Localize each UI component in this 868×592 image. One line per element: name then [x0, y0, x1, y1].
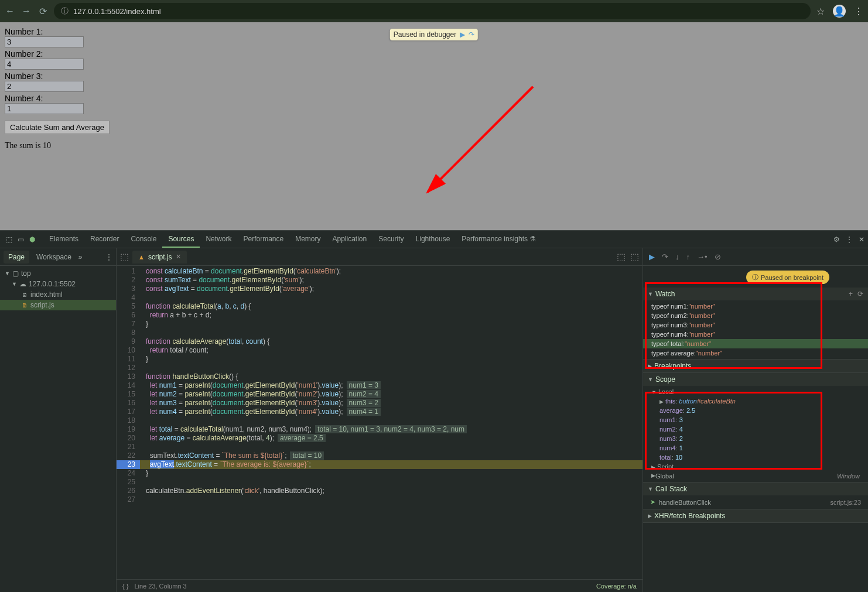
code-line-27[interactable]: [140, 495, 643, 504]
watch-expr[interactable]: typeof num1: "number": [643, 302, 868, 311]
code-line-7[interactable]: }: [140, 320, 643, 328]
local-var-num3[interactable]: num3: 2: [643, 434, 868, 443]
code-line-17[interactable]: let num4 = parseInt(document.getElementB…: [140, 408, 643, 416]
num-input-2[interactable]: [5, 59, 84, 70]
gutter-line-8[interactable]: 8: [117, 328, 140, 337]
code-line-20[interactable]: let average = calculateAverage(total, 4)…: [140, 434, 643, 443]
xhr-bp-header[interactable]: ▶XHR/fetch Breakpoints: [643, 509, 868, 522]
close-tab-icon[interactable]: ✕: [176, 253, 181, 261]
step-over-button[interactable]: ↷: [662, 252, 668, 261]
toggle-nav-icon[interactable]: ⬚: [120, 251, 129, 262]
tree-host[interactable]: ▼☁127.0.0.1:5502: [0, 279, 116, 289]
resume-button[interactable]: ▶: [649, 252, 655, 261]
step-over-icon[interactable]: ↷: [469, 30, 474, 39]
local-var-average[interactable]: average: 2.5: [643, 406, 868, 415]
gutter-line-21[interactable]: 21: [117, 443, 140, 451]
watch-expr[interactable]: typeof total: "number": [643, 339, 868, 348]
star-icon[interactable]: ☆: [816, 6, 825, 17]
kebab-menu-icon[interactable]: ⋮: [854, 6, 863, 17]
code-line-21[interactable]: [140, 443, 643, 451]
profile-avatar[interactable]: 👤: [833, 5, 846, 18]
gutter-line-13[interactable]: 13: [117, 372, 140, 381]
devtools-tab-performance[interactable]: Performance: [237, 231, 289, 248]
num-input-4[interactable]: [5, 103, 84, 114]
scope-global-header[interactable]: ▶ GlobalWindow: [643, 471, 868, 481]
code-line-15[interactable]: let num2 = parseInt(document.getElementB…: [140, 390, 643, 399]
gutter-line-14[interactable]: 14: [117, 381, 140, 390]
address-bar[interactable]: ⓘ 127.0.0.1:5502/index.html: [54, 3, 811, 19]
gutter-line-20[interactable]: 20: [117, 434, 140, 443]
code-line-24[interactable]: }: [140, 469, 643, 478]
code-line-25[interactable]: [140, 478, 643, 487]
gutter-line-18[interactable]: 18: [117, 416, 140, 425]
gutter-line-25[interactable]: 25: [117, 478, 140, 487]
code-line-8[interactable]: [140, 328, 643, 337]
gutter-line-27[interactable]: 27: [117, 495, 140, 504]
code-line-26[interactable]: calculateBtn.addEventListener('click', h…: [140, 487, 643, 495]
gutter-line-17[interactable]: 17: [117, 408, 140, 416]
resume-icon[interactable]: ▶: [460, 30, 465, 39]
gutter-line-2[interactable]: 2: [117, 276, 140, 285]
num-input-1[interactable]: [5, 36, 84, 47]
gutter-line-11[interactable]: 11: [117, 355, 140, 364]
gutter-line-12[interactable]: 12: [117, 364, 140, 372]
add-watch-icon[interactable]: +: [849, 290, 853, 298]
gutter-line-6[interactable]: 6: [117, 311, 140, 320]
tree-top[interactable]: ▼▢top: [0, 268, 116, 279]
code-line-12[interactable]: [140, 364, 643, 372]
watch-expr[interactable]: typeof num4: "number": [643, 330, 868, 339]
gutter-line-26[interactable]: 26: [117, 487, 140, 495]
code-line-3[interactable]: const avgText = document.getElementById(…: [140, 285, 643, 293]
code-line-6[interactable]: return a + b + c + d;: [140, 311, 643, 320]
step-out-button[interactable]: ↑: [686, 252, 691, 261]
watch-expr[interactable]: typeof num3: "number": [643, 320, 868, 330]
kebab-icon[interactable]: ⋮: [105, 253, 112, 261]
devtools-tab-application[interactable]: Application: [327, 231, 373, 248]
gutter-line-1[interactable]: 1: [117, 267, 140, 276]
code-line-2[interactable]: const sumText = document.getElementById(…: [140, 276, 643, 285]
refresh-watch-icon[interactable]: ⟳: [857, 290, 863, 298]
gutter-line-16[interactable]: 16: [117, 399, 140, 408]
watch-expr[interactable]: typeof average: "number": [643, 348, 868, 358]
reload-button[interactable]: ⟳: [37, 6, 48, 16]
devtools-tab-console[interactable]: Console: [125, 231, 162, 248]
tree-file-index[interactable]: 🗎index.html: [0, 289, 116, 300]
devtools-tab-lighthouse[interactable]: Lighthouse: [410, 231, 456, 248]
watch-header[interactable]: ▼Watch +⟳: [643, 288, 868, 300]
code-line-9[interactable]: function calculateAverage(total, count) …: [140, 337, 643, 346]
devtools-tab-network[interactable]: Network: [200, 231, 237, 248]
local-var-num2[interactable]: num2: 4: [643, 425, 868, 434]
gutter-line-7[interactable]: 7: [117, 320, 140, 328]
kebab-icon[interactable]: ⋮: [846, 235, 853, 244]
settings-icon[interactable]: ⚙: [833, 235, 840, 244]
step-button[interactable]: →•: [697, 252, 708, 261]
gutter-line-19[interactable]: 19: [117, 425, 140, 434]
local-var-this[interactable]: ▶ this: button#calculateBtn: [643, 396, 868, 406]
page-tab[interactable]: Page: [4, 251, 29, 264]
breakpoints-header[interactable]: ▶Breakpoints: [643, 360, 868, 372]
devtools-tab-memory[interactable]: Memory: [289, 231, 326, 248]
more-icon[interactable]: ⬚: [630, 251, 639, 262]
devtools-tab-security[interactable]: Security: [373, 231, 409, 248]
devtools-tab-sources[interactable]: Sources: [162, 231, 200, 248]
close-devtools-icon[interactable]: ✕: [859, 235, 864, 244]
calculate-button[interactable]: Calculate Sum and Average: [5, 121, 110, 134]
devtools-tab-recorder[interactable]: Recorder: [84, 231, 125, 248]
workspace-tab[interactable]: Workspace: [32, 251, 76, 264]
deactivate-bp-button[interactable]: ⊘: [715, 252, 721, 261]
forward-button[interactable]: →: [21, 6, 32, 16]
code-line-16[interactable]: let num3 = parseInt(document.getElementB…: [140, 399, 643, 408]
gutter-line-23[interactable]: 23: [117, 460, 140, 469]
local-var-num1[interactable]: num1: 3: [643, 415, 868, 425]
devtools-tab-elements[interactable]: Elements: [43, 231, 84, 248]
scope-header[interactable]: ▼Scope: [643, 373, 868, 386]
code-line-18[interactable]: [140, 416, 643, 425]
gutter-line-10[interactable]: 10: [117, 346, 140, 355]
node-icon[interactable]: ⬢: [27, 234, 37, 245]
code-line-11[interactable]: }: [140, 355, 643, 364]
code-line-14[interactable]: let num1 = parseInt(document.getElementB…: [140, 381, 643, 390]
inspect-icon[interactable]: ⬚: [4, 234, 14, 245]
code-line-19[interactable]: let total = calculateTotal(num1, num2, n…: [140, 425, 643, 434]
stack-frame[interactable]: ➤handleButtonClickscript.js:23: [643, 497, 868, 508]
code-line-1[interactable]: const calculateBtn = document.getElement…: [140, 267, 643, 276]
